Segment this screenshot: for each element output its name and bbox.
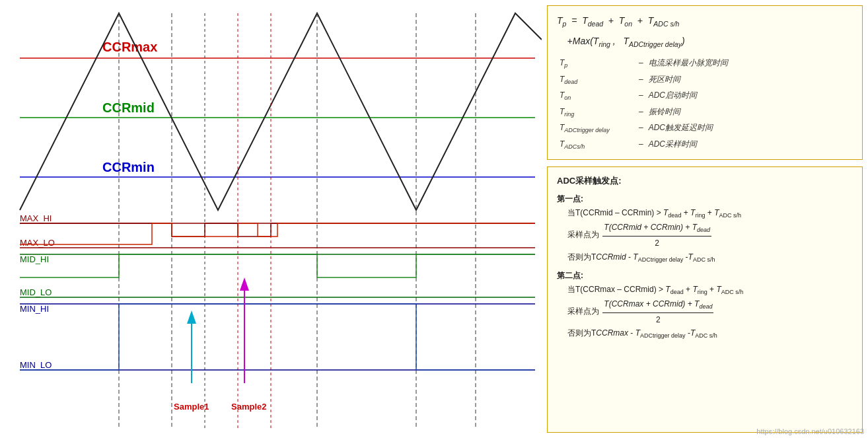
legend-tdead: 死区时间: [646, 72, 731, 88]
svg-text:MID_LO: MID_LO: [20, 287, 52, 297]
svg-text:Sample2: Sample2: [231, 402, 266, 412]
waveform-svg: CCRmax CCRmid CCRmin: [0, 0, 542, 438]
formula-main: Tp = Tdead + Ton + TADC s/h +Max(Tring ,…: [557, 13, 853, 50]
info-panel: Tp = Tdead + Ton + TADC s/h +Max(Tring ,…: [542, 0, 868, 438]
point2-sample: 采样点为 T(CCRmax + CCRmid) + Tdead 2: [567, 297, 853, 326]
point2-else: 否则为TCCRmax - TADCtrigger delay -TADC s/h: [567, 326, 853, 342]
point1-numerator: T(CCRmid + CCRmin) + Tdead: [602, 221, 711, 237]
point1-denominator: 2: [653, 237, 661, 250]
svg-text:CCRmid: CCRmid: [102, 100, 155, 115]
adc-box: ADC采样触发点: 第一点: 当T(CCRmid – CCRmin) > Tde…: [547, 166, 863, 433]
svg-rect-0: [0, 0, 542, 438]
svg-text:CCRmax: CCRmax: [102, 40, 157, 54]
formula-box: Tp = Tdead + Ton + TADC s/h +Max(Tring ,…: [547, 5, 863, 160]
point2-fraction: T(CCRmax + CCRmid) + Tdead 2: [602, 297, 713, 326]
legend-ton: ADC启动时间: [646, 88, 731, 104]
point1-fraction: T(CCRmid + CCRmin) + Tdead 2: [602, 221, 711, 250]
legend-tadc-trigger: ADC触发延迟时间: [646, 120, 731, 136]
svg-text:MIN_LO: MIN_LO: [20, 360, 52, 370]
legend-tadc-sh: ADC采样时间: [646, 137, 731, 153]
legend-tp: 电流采样最小脉宽时间: [646, 55, 731, 71]
main-container: CCRmax CCRmid CCRmin: [0, 0, 868, 438]
point1-title: 第一点:: [557, 192, 853, 205]
legend-tring: 振铃时间: [646, 104, 731, 120]
watermark: https://blog.csdn.net/u010632163: [756, 427, 864, 435]
svg-text:MID_HI: MID_HI: [20, 254, 49, 264]
formula-legend: Tp – 电流采样最小脉宽时间 Tdead – 死区时间 Ton – ADC启动…: [557, 55, 853, 153]
point2-condition: 当T(CCRmax – CCRmid) > Tdead + Tring + TA…: [567, 283, 853, 298]
svg-text:MIN_HI: MIN_HI: [20, 304, 49, 314]
point1-sample: 采样点为 T(CCRmid + CCRmin) + Tdead 2: [567, 221, 853, 250]
svg-text:MAX_HI: MAX_HI: [20, 213, 52, 223]
svg-text:MAX_LO: MAX_LO: [20, 238, 55, 248]
svg-text:CCRmin: CCRmin: [102, 160, 155, 174]
point2-title: 第二点:: [557, 269, 853, 282]
point1-condition: 当T(CCRmid – CCRmin) > Tdead + Tring + TA…: [567, 206, 853, 221]
adc-title: ADC采样触发点:: [557, 174, 853, 188]
point2-denominator: 2: [655, 313, 662, 326]
point2-numerator: T(CCRmax + CCRmid) + Tdead: [602, 297, 713, 313]
waveform-area: CCRmax CCRmid CCRmin: [0, 0, 542, 438]
svg-text:Sample1: Sample1: [174, 402, 209, 412]
point1-else: 否则为TCCRmid - TADCtrigger delay -TADC s/h: [567, 250, 853, 266]
